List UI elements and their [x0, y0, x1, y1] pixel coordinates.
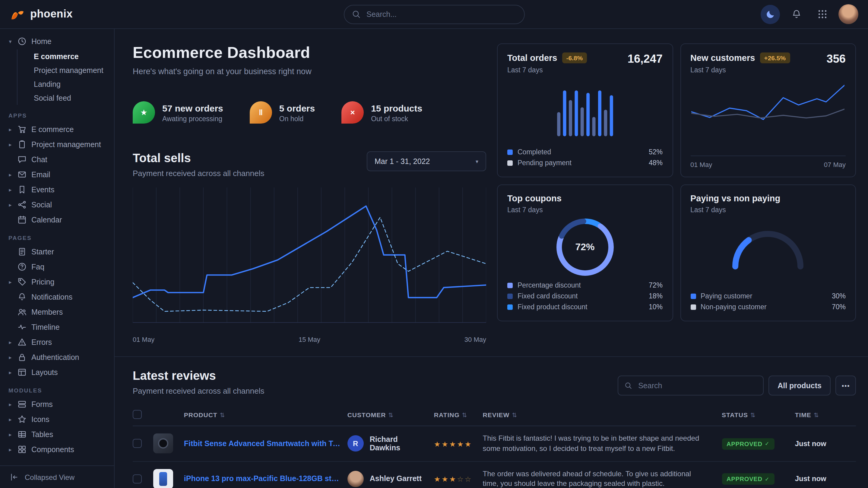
- sidebar: ▾HomeE commerceProject managementLanding…: [0, 29, 115, 488]
- sidebar-item-icons[interactable]: ▸Icons: [5, 412, 109, 427]
- total-sells-chart: 01 May 15 May 30 May: [133, 188, 486, 343]
- sidebar-item-home[interactable]: ▾Home: [5, 34, 109, 49]
- apps-menu-button[interactable]: [812, 4, 832, 24]
- sidebar-item-notifications[interactable]: Notifications: [5, 289, 109, 304]
- navbar-actions: [761, 4, 858, 24]
- global-search[interactable]: [343, 4, 525, 24]
- caret-right-icon: ▸: [7, 141, 13, 148]
- sidebar-item-landing[interactable]: Landing: [18, 77, 109, 91]
- stat-value: 15 products: [371, 103, 422, 113]
- sidebar-item-pricing[interactable]: ▸Pricing: [5, 274, 109, 289]
- column-header-customer[interactable]: CUSTOMER⇅: [347, 405, 434, 426]
- global-search-input[interactable]: [365, 9, 517, 19]
- layout-icon: [18, 368, 27, 377]
- caret-down-icon: ▾: [7, 38, 13, 44]
- trend-badge: -6.8%: [562, 53, 587, 63]
- sidebar-item-social-feed[interactable]: Social feed: [18, 91, 109, 105]
- stat-awating-processing: ★57 new ordersAwating processing: [133, 101, 223, 124]
- sort-icon: ⇅: [750, 412, 756, 418]
- legend-label: Non-paying customer: [701, 303, 767, 311]
- sidebar-item-social[interactable]: ▸Social: [5, 197, 109, 212]
- sidebar-nav: ▾HomeE commerceProject managementLanding…: [0, 34, 114, 465]
- row-checkbox[interactable]: [133, 475, 142, 484]
- axis-label: 30 May: [464, 336, 486, 343]
- warning-icon: [18, 337, 27, 347]
- sidebar-section-label-pages: PAGES: [8, 234, 105, 241]
- share-icon: [18, 200, 27, 209]
- user-avatar[interactable]: [838, 4, 858, 24]
- all-products-button[interactable]: All products: [769, 376, 831, 395]
- sidebar-item-starter[interactable]: Starter: [5, 244, 109, 259]
- sidebar-item-timeline[interactable]: Timeline: [5, 320, 109, 334]
- theme-toggle-button[interactable]: [761, 4, 780, 24]
- top-navbar: phoenix: [0, 0, 868, 29]
- sidebar-item-calendar[interactable]: Calendar: [5, 212, 109, 227]
- customer-cell: RRichard Dawkins: [347, 435, 429, 452]
- new-customers-value: 356: [827, 53, 846, 66]
- card-period: Last 7 days: [507, 66, 587, 73]
- sidebar-item-email[interactable]: ▸Email: [5, 167, 109, 182]
- column-header-time[interactable]: TIME⇅: [795, 405, 856, 426]
- sidebar-item-label: Chat: [31, 155, 48, 164]
- sidebar-item-faq[interactable]: Faq: [5, 259, 109, 274]
- sidebar-item-events[interactable]: ▸Events: [5, 182, 109, 197]
- date-range-select[interactable]: Mar 1 - 31, 2022 ▾: [367, 151, 486, 171]
- stat-caption: Out of stock: [371, 115, 422, 122]
- column-header-review[interactable]: REVIEW⇅: [483, 405, 722, 426]
- collapsed-view-toggle[interactable]: Collapsed View: [0, 465, 114, 488]
- caret-right-icon: ▸: [7, 401, 13, 407]
- sidebar-item-chat[interactable]: Chat: [5, 152, 109, 167]
- sidebar-item-project-management[interactable]: Project management: [18, 63, 109, 77]
- total-sells-line-chart: [133, 188, 486, 331]
- clock-icon: [18, 37, 27, 46]
- legend-chip: [507, 160, 513, 165]
- legend-chip: [507, 283, 513, 288]
- sidebar-item-label: Errors: [31, 338, 52, 346]
- sidebar-item-layouts[interactable]: ▸Layouts: [5, 365, 109, 380]
- latest-reviews-subtitle: Payment received across all channels: [133, 386, 264, 395]
- sidebar-item-e-commerce[interactable]: E commerce: [18, 50, 109, 63]
- select-all-checkbox[interactable]: [133, 410, 142, 419]
- brand[interactable]: phoenix: [10, 7, 73, 22]
- card-title: Top coupons: [507, 194, 562, 203]
- column-header-status[interactable]: STATUS⇅: [722, 405, 795, 426]
- legend-label: Pending payment: [518, 159, 571, 166]
- legend-label: Fixed card discount: [518, 292, 578, 300]
- row-checkbox[interactable]: [133, 439, 142, 448]
- reviews-search[interactable]: [618, 376, 764, 395]
- star-icon: ★: [133, 101, 155, 124]
- sidebar-item-label: Faq: [31, 263, 44, 271]
- product-link[interactable]: Fitbit Sense Advanced Smartwatch with To…: [184, 440, 343, 448]
- sidebar-item-forms[interactable]: ▸Forms: [5, 397, 109, 412]
- sort-icon: ⇅: [462, 412, 467, 418]
- sidebar-item-components[interactable]: ▸Components: [5, 442, 109, 457]
- customer-name: Richard Dawkins: [370, 435, 429, 452]
- latest-reviews-section: Latest reviews Payment received across a…: [115, 356, 868, 488]
- paying-gauge-chart: [728, 223, 808, 271]
- product-thumbnail-phone: [154, 469, 174, 488]
- caret-right-icon: ▸: [7, 202, 13, 208]
- sort-icon: ⇅: [220, 412, 225, 418]
- status-badge: APPROVED ✓: [722, 438, 775, 450]
- sidebar-item-members[interactable]: Members: [5, 304, 109, 320]
- sidebar-item-authentication[interactable]: ▸Authentication: [5, 350, 109, 365]
- sidebar-item-e-commerce[interactable]: ▸E commerce: [5, 122, 109, 137]
- caret-right-icon: ▸: [7, 431, 13, 437]
- form-icon: [18, 400, 27, 409]
- sidebar-item-tables[interactable]: ▸Tables: [5, 427, 109, 442]
- caret-right-icon: ▸: [7, 339, 13, 345]
- bookmark-icon: [18, 185, 27, 194]
- more-options-button[interactable]: ⋯: [835, 376, 856, 395]
- reviews-search-input[interactable]: [637, 381, 757, 390]
- column-header-product[interactable]: PRODUCT⇅: [184, 405, 347, 426]
- sidebar-item-project-management[interactable]: ▸Project management: [5, 137, 109, 152]
- sidebar-item-label: Email: [31, 170, 50, 179]
- column-header-rating[interactable]: RATING⇅: [434, 405, 483, 426]
- product-link[interactable]: iPhone 13 pro max-Pacific Blue-128GB sto…: [184, 475, 343, 483]
- page-subtitle: Here's what's going on at your business …: [133, 67, 486, 76]
- legend-label: Fixed product discount: [518, 303, 587, 311]
- sidebar-item-errors[interactable]: ▸Errors: [5, 334, 109, 350]
- notifications-button[interactable]: [786, 4, 806, 24]
- bell-icon: [791, 9, 801, 19]
- legend-value: 70%: [832, 303, 846, 311]
